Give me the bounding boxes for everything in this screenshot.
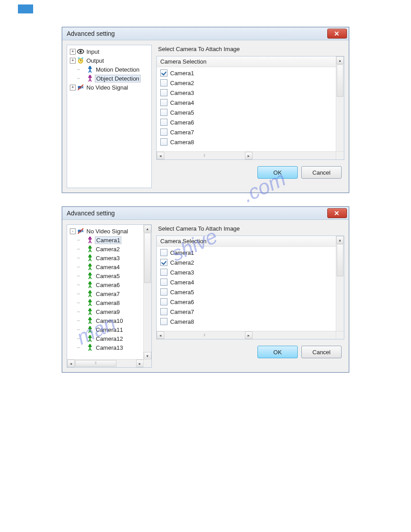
person-icon xyxy=(86,317,94,324)
tree-item[interactable]: ┈Camera10 xyxy=(68,316,151,325)
list-item[interactable]: Camera5 xyxy=(157,107,336,117)
ok-button[interactable]: OK xyxy=(257,166,298,179)
camera-checkbox[interactable] xyxy=(160,288,167,296)
tree-expander[interactable]: - xyxy=(70,228,76,234)
tree-item[interactable]: ┈Camera12 xyxy=(68,334,151,343)
person-icon xyxy=(86,75,94,82)
close-button[interactable] xyxy=(327,29,347,39)
list-item[interactable]: Camera8 xyxy=(157,317,336,326)
camera-checkbox[interactable] xyxy=(160,249,167,256)
list-header[interactable]: Camera Selection xyxy=(157,236,336,247)
tree-item[interactable]: ┈Camera5 xyxy=(68,271,151,280)
camera-checkbox[interactable] xyxy=(160,308,167,315)
titlebar[interactable]: Advanced setting xyxy=(62,27,349,40)
tree-branch-icon: ┈ xyxy=(77,345,80,351)
person-icon xyxy=(86,245,94,253)
tree-item[interactable]: ┈Camera7 xyxy=(68,289,151,298)
scroll-right-icon[interactable]: ▸ xyxy=(245,331,253,339)
camera-checkbox[interactable] xyxy=(160,129,167,136)
list-item[interactable]: Camera7 xyxy=(157,127,336,137)
tree-item[interactable]: ┈Camera8 xyxy=(68,298,151,307)
camera-checkbox[interactable] xyxy=(160,259,167,266)
camera-checkbox[interactable] xyxy=(160,89,167,96)
list-item[interactable]: Camera1 xyxy=(157,248,336,257)
camera-selection-list: Camera SelectionCamera1Camera2Camera3Cam… xyxy=(156,236,344,339)
list-item[interactable]: Camera3 xyxy=(157,88,336,98)
scrollbar-horizontal[interactable]: ◂⦀▸ xyxy=(157,331,336,339)
list-item[interactable]: Camera3 xyxy=(157,267,336,277)
tree-item-label: Camera11 xyxy=(95,326,124,333)
scroll-right-icon[interactable]: ▸ xyxy=(136,360,144,367)
camera-checkbox[interactable] xyxy=(160,99,167,106)
scrollbar-horizontal[interactable]: ◂⦀▸ xyxy=(67,359,144,367)
titlebar[interactable]: Advanced setting xyxy=(62,207,349,220)
tree-branch-icon: ┈ xyxy=(77,67,80,73)
list-item[interactable]: Camera6 xyxy=(157,297,336,307)
list-item[interactable]: Camera7 xyxy=(157,307,336,317)
tree-item[interactable]: ┈Camera1 xyxy=(68,236,151,245)
list-item-label: Camera1 xyxy=(170,70,194,77)
scrollbar-thumb[interactable] xyxy=(144,233,151,283)
list-item[interactable]: Camera8 xyxy=(157,137,336,147)
camera-checkbox[interactable] xyxy=(160,79,167,86)
list-item[interactable]: Camera2 xyxy=(157,78,336,88)
tree-item[interactable]: ┈Camera9 xyxy=(68,307,151,316)
list-item[interactable]: Camera1 xyxy=(157,68,336,78)
scroll-left-icon[interactable]: ◂ xyxy=(157,152,164,159)
scroll-up-icon[interactable]: ▴ xyxy=(144,225,151,232)
scroll-down-icon[interactable]: ▾ xyxy=(144,352,151,360)
scroll-left-icon[interactable]: ◂ xyxy=(157,331,164,339)
scroll-left-icon[interactable]: ◂ xyxy=(67,360,75,367)
close-button[interactable] xyxy=(327,208,347,218)
camera-checkbox[interactable] xyxy=(160,318,167,325)
camera-checkbox[interactable] xyxy=(160,69,167,77)
list-header[interactable]: Camera Selection xyxy=(157,56,336,67)
tree-item[interactable]: +Output xyxy=(68,56,150,65)
camera-checkbox[interactable] xyxy=(160,279,167,286)
tree-item[interactable]: ┈Object Detection xyxy=(68,74,150,83)
tree-item[interactable]: ┈Camera2 xyxy=(68,245,151,253)
camera-checkbox[interactable] xyxy=(160,109,167,116)
camera-checkbox[interactable] xyxy=(160,269,167,276)
person-icon xyxy=(86,66,94,73)
camera-checkbox[interactable] xyxy=(160,298,167,305)
list-item[interactable]: Camera4 xyxy=(157,277,336,287)
scrollbar-thumb[interactable] xyxy=(337,64,343,97)
list-item[interactable]: Camera5 xyxy=(157,287,336,297)
list-item-label: Camera5 xyxy=(170,109,194,116)
tree-item-label: No Video Signal xyxy=(86,84,129,91)
camera-checkbox[interactable] xyxy=(160,138,167,146)
tree-expander[interactable]: + xyxy=(70,49,76,55)
tree-item[interactable]: ┈Camera6 xyxy=(68,280,151,289)
no-video-icon xyxy=(77,227,84,235)
list-item[interactable]: Camera2 xyxy=(157,257,336,267)
tree-item[interactable]: +No Video Signal xyxy=(68,83,150,92)
tree-expander[interactable]: + xyxy=(70,85,76,90)
tree-branch-icon: ┈ xyxy=(77,255,80,261)
cancel-button[interactable]: Cancel xyxy=(301,346,342,358)
scroll-up-icon[interactable]: ▴ xyxy=(336,56,344,64)
scrollbar-vertical[interactable]: ▴▾ xyxy=(336,236,344,339)
scrollbar-horizontal[interactable]: ◂⦀▸ xyxy=(157,151,336,159)
list-item[interactable]: Camera4 xyxy=(157,98,336,107)
tree-item[interactable]: -No Video Signal xyxy=(68,227,151,236)
tree-item[interactable]: ┈Camera4 xyxy=(68,262,151,271)
scroll-up-icon[interactable]: ▴ xyxy=(336,236,344,244)
tree-item[interactable]: ┈Camera3 xyxy=(68,253,151,262)
tree-item[interactable]: +Input xyxy=(68,47,150,56)
camera-checkbox[interactable] xyxy=(160,119,167,126)
tree-branch-icon: ┈ xyxy=(77,237,80,243)
cancel-button[interactable]: Cancel xyxy=(301,166,342,179)
scroll-right-icon[interactable]: ▸ xyxy=(245,152,253,159)
list-item-label: Camera8 xyxy=(170,139,194,146)
list-item-label: Camera4 xyxy=(170,279,194,286)
tree-expander[interactable]: + xyxy=(70,58,76,64)
tree-item[interactable]: ┈Camera11 xyxy=(68,325,151,334)
scrollbar-vertical[interactable]: ▴▾ xyxy=(143,225,151,360)
tree-item[interactable]: ┈Motion Detection xyxy=(68,65,150,74)
ok-button[interactable]: OK xyxy=(257,346,298,358)
scrollbar-thumb[interactable] xyxy=(337,244,343,276)
list-item[interactable]: Camera6 xyxy=(157,117,336,127)
scrollbar-vertical[interactable]: ▴▾ xyxy=(336,56,344,159)
tree-item[interactable]: ┈Camera13 xyxy=(68,343,151,352)
